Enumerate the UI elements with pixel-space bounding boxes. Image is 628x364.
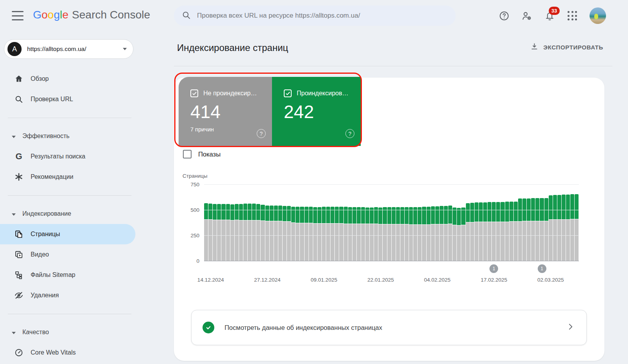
chart-bar[interactable]: [405, 185, 409, 261]
chart-bar[interactable]: [522, 185, 526, 261]
not-indexed-card[interactable]: Не проиндексир…4147 причин?: [179, 77, 272, 146]
user-avatar[interactable]: [590, 7, 606, 24]
chart-event-marker[interactable]: 1: [489, 264, 498, 273]
chart-bar[interactable]: [322, 185, 326, 261]
menu-icon[interactable]: [12, 11, 24, 20]
impressions-checkbox[interactable]: Показы: [183, 150, 221, 158]
chart-bar[interactable]: [318, 185, 321, 261]
chart-bar[interactable]: [239, 185, 243, 261]
chart-bar[interactable]: [392, 185, 396, 261]
chart-bar[interactable]: [509, 185, 513, 261]
chart-bar[interactable]: [470, 185, 474, 261]
chart-bar[interactable]: [339, 185, 343, 261]
chart-bar[interactable]: [575, 185, 579, 261]
help-icon[interactable]: [498, 10, 509, 21]
notifications-bell-icon[interactable]: 33: [544, 10, 555, 21]
chart-bar[interactable]: [553, 185, 557, 261]
help-icon[interactable]: ?: [345, 129, 354, 138]
chart-bar[interactable]: [492, 185, 496, 261]
chart-bar[interactable]: [448, 185, 452, 261]
chart-bar[interactable]: [256, 185, 260, 261]
chart-bar[interactable]: [204, 185, 208, 261]
chart-bar[interactable]: [562, 185, 566, 261]
chart-bar[interactable]: [326, 185, 330, 261]
chart-bar[interactable]: [514, 185, 518, 261]
chart-bar[interactable]: [378, 185, 382, 261]
property-selector[interactable]: A https://alltops.com.ua/: [4, 39, 133, 59]
chart-bar[interactable]: [217, 185, 221, 261]
chart-bar[interactable]: [518, 185, 522, 261]
chart-bar[interactable]: [435, 185, 439, 261]
chart-bar[interactable]: [252, 185, 256, 261]
indexed-card[interactable]: Проиндексиров…242?: [272, 77, 361, 146]
chart-bar[interactable]: [330, 185, 334, 261]
chart-bar[interactable]: [570, 185, 574, 261]
chart-bar[interactable]: [261, 185, 265, 261]
chart-bar[interactable]: [283, 185, 287, 261]
chart-bar[interactable]: [413, 185, 417, 261]
chart-bar[interactable]: [453, 185, 456, 261]
chart-bar[interactable]: [383, 185, 387, 261]
chart-bar[interactable]: [500, 185, 504, 261]
sidebar-item-страницы[interactable]: Страницы: [0, 224, 135, 244]
sidebar-section-индексирование[interactable]: Индексирование: [0, 204, 135, 224]
chart-bar[interactable]: [265, 185, 269, 261]
chart-bar[interactable]: [440, 185, 444, 261]
chart-bar[interactable]: [335, 185, 339, 261]
chart-bar[interactable]: [213, 185, 217, 261]
sidebar-item-core-web-vitals[interactable]: Core Web Vitals: [0, 342, 135, 363]
chart-bar[interactable]: [487, 185, 491, 261]
chart-bar[interactable]: [309, 185, 313, 261]
chart-bar[interactable]: [305, 185, 309, 261]
chart-event-marker[interactable]: 1: [538, 264, 546, 273]
chart-bar[interactable]: [557, 185, 561, 261]
export-button[interactable]: ЭКСПОРТИРОВАТЬ: [530, 42, 603, 52]
chart-bar[interactable]: [531, 185, 535, 261]
chart-bar[interactable]: [483, 185, 487, 261]
chart-bar[interactable]: [418, 185, 422, 261]
url-inspection-searchbar[interactable]: [174, 5, 456, 26]
chart-bar[interactable]: [496, 185, 500, 261]
chart-bar[interactable]: [396, 185, 400, 261]
chart-bar[interactable]: [566, 185, 570, 261]
checkbox-checked-icon[interactable]: [284, 89, 292, 97]
chart-bar[interactable]: [505, 185, 509, 261]
chart-bar[interactable]: [549, 185, 553, 261]
sidebar-item-файлы-sitemap[interactable]: Файлы Sitemap: [0, 265, 135, 285]
chart-bar[interactable]: [400, 185, 404, 261]
chart-bar[interactable]: [422, 185, 426, 261]
chart-bar[interactable]: [457, 185, 461, 261]
chart-bar[interactable]: [226, 185, 230, 261]
chart-bar[interactable]: [431, 185, 435, 261]
chart-bar[interactable]: [374, 185, 378, 261]
chart-bar[interactable]: [357, 185, 361, 261]
chart-bar[interactable]: [348, 185, 352, 261]
view-indexed-pages-link[interactable]: Посмотреть данные об индексированных стр…: [191, 310, 587, 345]
chart-bar[interactable]: [540, 185, 544, 261]
sidebar-item-проверка-url[interactable]: Проверка URL: [0, 89, 135, 109]
chart-bar[interactable]: [270, 185, 274, 261]
chart-bar[interactable]: [278, 185, 282, 261]
chart-bar[interactable]: [527, 185, 531, 261]
chart-bar[interactable]: [387, 185, 391, 261]
chart-bar[interactable]: [208, 185, 212, 261]
help-icon[interactable]: ?: [257, 129, 266, 138]
chart-bar[interactable]: [248, 185, 252, 261]
sidebar-item-удаления[interactable]: Удаления: [0, 285, 135, 306]
chart-bar[interactable]: [291, 185, 295, 261]
chart-bar[interactable]: [370, 185, 374, 261]
chart-bar[interactable]: [444, 185, 448, 261]
apps-grid-icon[interactable]: [567, 10, 578, 21]
chart-bar[interactable]: [461, 185, 465, 261]
chart-bar[interactable]: [479, 185, 483, 261]
chart-bar[interactable]: [243, 185, 247, 261]
chart-bar[interactable]: [475, 185, 478, 261]
sidebar-section-качество[interactable]: Качество: [0, 322, 135, 342]
checkbox-unchecked-icon[interactable]: [183, 150, 192, 158]
sidebar-item-обзор[interactable]: Обзор: [0, 69, 135, 89]
chart-bar[interactable]: [352, 185, 356, 261]
chart-bar[interactable]: [296, 185, 299, 261]
chart-bar[interactable]: [274, 185, 278, 261]
search-input[interactable]: [197, 12, 448, 20]
checkbox-checked-icon[interactable]: [190, 89, 198, 97]
